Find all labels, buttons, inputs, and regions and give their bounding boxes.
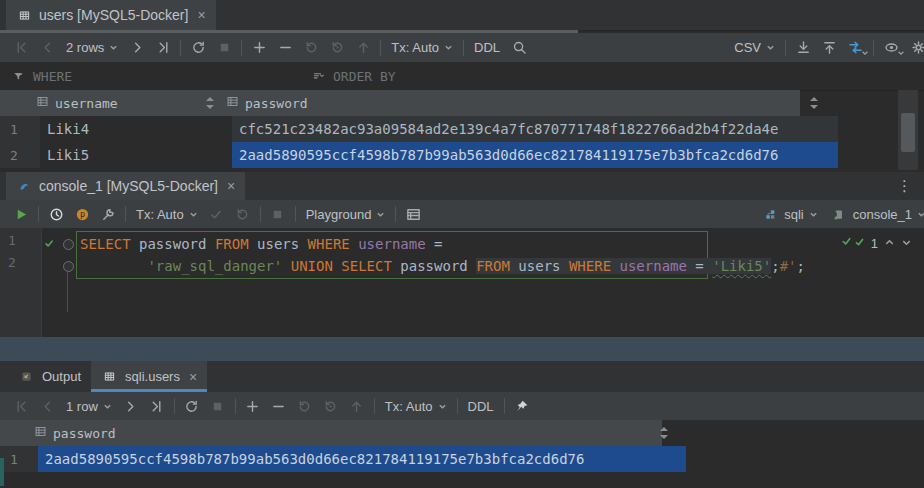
previous-page-button[interactable]: [34, 36, 60, 60]
row-number[interactable]: 2: [0, 142, 40, 168]
column-header-username[interactable]: username: [30, 90, 220, 116]
sql-line-1[interactable]: SELECT password FROM users WHERE usernam…: [80, 233, 442, 255]
grid-corner[interactable]: [0, 90, 30, 116]
tx-mode-label: Tx: Auto: [136, 207, 184, 222]
sql-token: 'Liki5': [712, 258, 771, 274]
sort-toggle-icon[interactable]: [810, 97, 818, 109]
export-format-dropdown[interactable]: CSV: [728, 40, 781, 55]
revert-button[interactable]: [298, 36, 324, 60]
execution-status-widget[interactable]: 1: [842, 235, 912, 251]
kebab-menu-icon[interactable]: ⋮: [885, 177, 924, 195]
tx-mode-dropdown[interactable]: Tx: Auto: [385, 40, 459, 55]
stop-button[interactable]: [211, 36, 237, 60]
where-filter-input[interactable]: WHERE: [0, 64, 82, 88]
pin-tab-icon[interactable]: [509, 394, 535, 418]
schema-dropdown[interactable]: sqli: [755, 202, 824, 226]
cell-username[interactable]: Liki4: [40, 116, 232, 142]
next-page-button[interactable]: [118, 394, 144, 418]
tx-mode-dropdown[interactable]: Tx: Auto: [379, 399, 453, 414]
last-page-button[interactable]: [144, 394, 170, 418]
reload-data-button[interactable]: [185, 36, 211, 60]
separator: [504, 398, 505, 414]
previous-page-button[interactable]: [34, 394, 60, 418]
delete-row-button[interactable]: [266, 394, 292, 418]
close-icon[interactable]: ×: [197, 8, 205, 22]
delete-row-button[interactable]: [272, 36, 298, 60]
tab-console[interactable]: console_1 [MySQL5-Docker] ×: [6, 172, 245, 200]
chevron-up-icon[interactable]: [884, 236, 895, 251]
chevron-down-icon: [861, 49, 869, 57]
stop-button[interactable]: [265, 202, 291, 226]
console-session-dropdown[interactable]: console_1: [824, 202, 924, 226]
submit-button[interactable]: [344, 394, 370, 418]
parameters-icon[interactable]: p: [69, 202, 95, 226]
fold-marker-icon[interactable]: [63, 261, 74, 272]
settings-gear-icon[interactable]: [905, 36, 924, 60]
next-page-button[interactable]: [124, 36, 150, 60]
last-page-button[interactable]: [150, 36, 176, 60]
first-page-button[interactable]: [8, 394, 34, 418]
sql-token: UNION: [291, 258, 342, 274]
fold-marker-icon[interactable]: [63, 239, 74, 250]
add-row-button[interactable]: [246, 36, 272, 60]
sql-token: SELECT: [80, 236, 139, 252]
chevron-down-icon[interactable]: [901, 236, 912, 251]
export-download-icon[interactable]: [790, 36, 816, 60]
order-by-input[interactable]: ORDER BY: [300, 64, 406, 88]
first-page-button[interactable]: [8, 36, 34, 60]
console-session-label: console_1: [853, 207, 912, 222]
sql-token: =: [695, 258, 712, 274]
tab-users-grid[interactable]: users [MySQL5-Docker] ×: [6, 0, 216, 30]
tab-output[interactable]: Output: [8, 361, 91, 392]
chevron-down-icon: [189, 207, 198, 222]
page-size-dropdown[interactable]: 1 row: [60, 399, 118, 414]
history-clock-icon[interactable]: [43, 202, 69, 226]
column-header-password[interactable]: password: [220, 90, 824, 116]
cell-username[interactable]: Liki5: [40, 142, 232, 168]
close-icon[interactable]: ×: [227, 179, 235, 193]
order-by-placeholder: ORDER BY: [333, 69, 396, 84]
page-size-dropdown[interactable]: 2 rows: [60, 40, 124, 55]
tab-result-sqli-users[interactable]: sqli.users ×: [91, 361, 207, 392]
row-number[interactable]: 1: [0, 116, 40, 142]
sql-token: ;: [771, 258, 779, 274]
stop-button[interactable]: [205, 394, 231, 418]
sort-toggle-icon[interactable]: [206, 97, 214, 109]
add-row-button[interactable]: [240, 394, 266, 418]
row-number[interactable]: 1: [0, 446, 38, 472]
grid-header: username password: [0, 90, 800, 116]
cell-password-selected[interactable]: 2aad5890595ccf4598b787b99ab563d0d66ec821…: [38, 446, 686, 472]
rollback-icon[interactable]: [230, 202, 256, 226]
close-icon[interactable]: ×: [189, 370, 197, 384]
panel-splitter[interactable]: [0, 337, 924, 361]
sort-toggle-icon[interactable]: [660, 427, 668, 439]
revert-button[interactable]: [292, 394, 318, 418]
column-header-password[interactable]: password: [28, 420, 674, 446]
run-button[interactable]: [8, 202, 34, 226]
sort-lines-icon: [310, 64, 326, 88]
sql-editor[interactable]: 1 2 SELECT password FROM users WHERE use…: [0, 228, 924, 337]
column-icon: [36, 95, 49, 111]
tab-label: sqli.users: [125, 369, 180, 384]
sql-token: SELECT: [341, 258, 400, 274]
cell-password-selected[interactable]: 2aad5890595ccf4598b787b99ab563d0d66ec821…: [232, 142, 838, 168]
submit-button[interactable]: [350, 36, 376, 60]
statement-executed-check-icon[interactable]: [40, 234, 58, 252]
import-upload-icon[interactable]: [816, 36, 842, 60]
revert-selected-button[interactable]: [318, 394, 344, 418]
grid-corner[interactable]: [0, 420, 28, 446]
wrench-settings-icon[interactable]: [95, 202, 121, 226]
cell-password[interactable]: cfc521c23482ac93a09584ad2e139c4a7fc87077…: [232, 116, 838, 142]
sql-line-2[interactable]: 'raw_sql_danger' UNION SELECT password F…: [80, 255, 805, 277]
reload-data-button[interactable]: [179, 394, 205, 418]
in-editor-results-icon[interactable]: [400, 202, 426, 226]
commit-check-icon[interactable]: [204, 202, 230, 226]
ddl-button[interactable]: DDL: [468, 40, 506, 55]
playground-mode-dropdown[interactable]: Playground: [300, 207, 392, 222]
ddl-button[interactable]: DDL: [462, 399, 500, 414]
vertical-scrollbar[interactable]: [898, 90, 918, 170]
revert-selected-button[interactable]: [324, 36, 350, 60]
tx-mode-dropdown[interactable]: Tx: Auto: [130, 207, 204, 222]
vertical-scrollbar-thumb[interactable]: [901, 113, 915, 152]
search-icon[interactable]: [506, 36, 532, 60]
